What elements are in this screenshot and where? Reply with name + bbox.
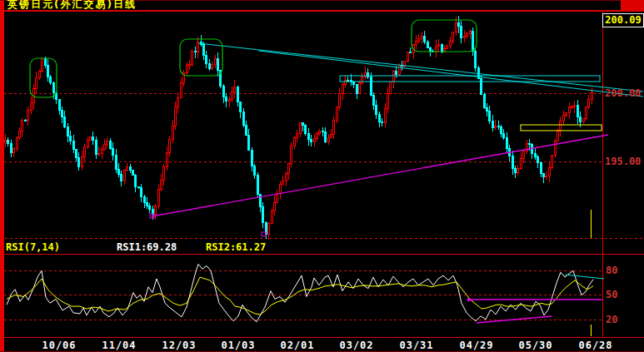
candle-body [353,82,355,85]
candle-body [252,151,253,166]
candle-body [438,44,440,46]
candle-body [121,174,122,181]
candle-body [96,141,97,155]
date-axis-label: 10/06 [42,340,76,351]
candle-body [365,73,367,77]
date-axis-label: 05/30 [518,340,552,351]
chart-canvas[interactable] [0,0,644,352]
candle-down [226,93,227,107]
candle-down [427,40,429,48]
candle-body [243,112,245,126]
candle-body [317,134,318,139]
candle-down [195,47,197,58]
rsi-line-handle[interactable] [467,298,471,301]
candle-body [376,105,377,115]
candle-down [130,164,132,173]
candle-up [521,152,522,170]
candle-down [132,170,134,176]
candle-body [22,120,23,131]
candle-up [189,60,191,70]
candle-body [7,141,9,144]
candle-body [308,133,310,140]
date-axis-label: 11/04 [102,340,136,351]
candle-body [102,150,103,153]
date-axis-label: 03/31 [399,340,433,351]
candle-body [393,72,395,82]
candle-up [331,129,332,138]
candle-down [67,123,69,142]
candle-body [416,42,417,45]
candle-up [464,30,466,42]
candle-body [427,42,429,47]
candle-up [280,181,282,199]
candle-body [359,82,361,94]
candle-body [305,125,307,133]
candle-down [7,137,9,146]
candle-down [76,149,77,161]
candle-down [92,131,94,145]
candle-body [280,184,282,193]
candle-up [470,29,472,39]
candle-down [543,173,545,183]
candle-body [206,56,207,64]
candle-body [138,186,140,187]
candle-body [254,166,256,175]
price-axis-label: 195.00 [605,156,641,167]
candle-body [141,187,142,197]
support-trendline-magenta[interactable] [152,135,608,216]
candle-body [73,141,75,150]
candle-body [59,100,61,111]
candle-body [588,99,590,107]
candle-down [503,129,505,140]
candle-up [563,111,565,124]
candle-body [521,159,522,169]
date-axis-label: 06/28 [578,340,612,351]
candle-body [19,131,21,137]
candle-body [229,100,231,101]
rsi-cyan-segment[interactable] [565,275,604,279]
candle-up [517,165,519,176]
candle-down [577,100,579,123]
candle-body [291,146,292,163]
grid-lines [0,11,644,338]
candle-body [47,66,49,77]
candle-up [288,163,290,180]
titlebar-corner-block[interactable] [621,0,644,10]
candle-body [410,52,412,53]
candle-body [78,157,80,166]
candle-body [144,197,146,203]
candle-down [461,21,462,43]
candle-body [322,131,324,131]
candle-body [87,141,89,147]
rsi-params-label[interactable]: RSI(7,14) [6,241,60,253]
candle-body [45,59,47,66]
candle-body [492,121,494,127]
candle-down [11,140,12,157]
candle-down [112,142,114,160]
candle-body [98,153,100,155]
candle-body [155,206,157,215]
candle-body [42,59,43,72]
candle-up [163,164,165,186]
candle-down [308,128,310,146]
resistance-trendline-cyan[interactable] [198,43,643,92]
candle-body [557,131,559,141]
candle-up [549,162,551,182]
candle-up [574,101,576,113]
candle-up [450,37,452,49]
candle-down [149,203,151,214]
candle-up [572,105,573,107]
window-left-border [0,0,4,352]
candle-down [322,127,324,137]
candle-down [70,131,72,146]
candle-up [277,190,278,203]
date-axis-label: 01/03 [221,340,255,351]
channel-box-cyan[interactable] [340,76,600,82]
candle-body [424,36,426,42]
candle-body [234,87,236,92]
resistance-trendline-cyan[interactable] [258,51,643,97]
candle-body [167,153,168,167]
candle-up [39,70,41,80]
candle-body [390,82,392,94]
candle-body [529,143,531,145]
